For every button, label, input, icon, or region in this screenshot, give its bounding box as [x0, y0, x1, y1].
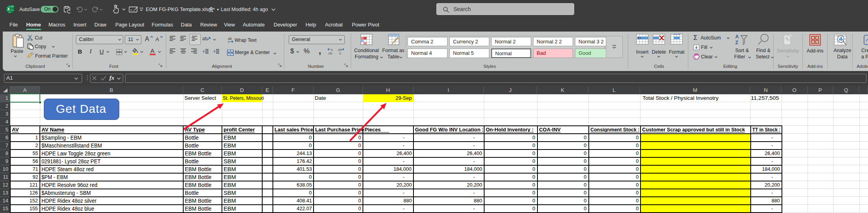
svg-text:.00: .00: [328, 52, 333, 55]
svg-text:Z: Z: [735, 40, 738, 45]
svg-text:X: X: [7, 7, 10, 11]
svg-text:0: 0: [331, 48, 333, 52]
svg-text:0: 0: [339, 52, 341, 55]
svg-text:.00: .00: [337, 48, 342, 52]
svg-text:c: c: [228, 40, 230, 43]
svg-text:A: A: [735, 34, 739, 39]
svg-text:ab: ab: [202, 36, 208, 41]
